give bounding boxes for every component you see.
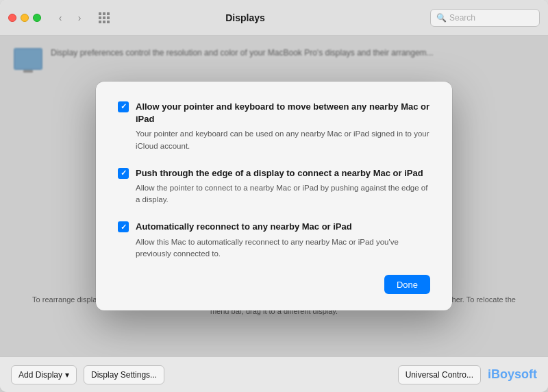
add-display-button[interactable]: Add Display ▾ [11,365,77,384]
traffic-lights [8,14,41,22]
done-button[interactable]: Done [384,275,430,294]
desc-allow-pointer: Your pointer and keyboard can be used on… [136,128,430,152]
label-allow-pointer: Allow your pointer and keyboard to move … [136,101,430,125]
close-button[interactable] [8,14,16,22]
bottom-bar: Add Display ▾ Display Settings... Univer… [0,356,548,392]
label-push-through: Push through the edge of a display to co… [136,167,423,180]
content-area: Display preferences control the resoluti… [0,36,548,356]
checkbox-auto-reconnect[interactable] [118,221,129,232]
display-settings-button[interactable]: Display Settings... [84,365,164,384]
desc-auto-reconnect: Allow this Mac to automatically reconnec… [136,236,430,260]
search-placeholder: Search [449,13,475,23]
option-allow-pointer: Allow your pointer and keyboard to move … [118,101,430,152]
maximize-button[interactable] [33,14,41,22]
add-display-label: Add Display [18,370,62,380]
universal-control-button[interactable]: Universal Contro... [398,365,481,384]
label-auto-reconnect: Automatically reconnect to any nearby Ma… [136,221,352,233]
modal-footer: Done [118,275,430,294]
app-window: ‹ › Displays 🔍 Search Display preference… [0,0,548,392]
titlebar: ‹ › Displays 🔍 Search [0,0,548,36]
checkbox-allow-pointer[interactable] [118,101,129,112]
checkbox-push-through[interactable] [118,168,129,179]
modal-dialog: Allow your pointer and keyboard to move … [96,82,452,310]
window-title: Displays [66,12,425,23]
option-push-through: Push through the edge of a display to co… [118,167,430,206]
watermark: iBoysoft [488,367,537,382]
modal-overlay: Allow your pointer and keyboard to move … [0,36,548,356]
add-display-chevron: ▾ [65,370,69,380]
universal-control-label: Universal Contro... [406,370,473,380]
option-auto-reconnect: Automatically reconnect to any nearby Ma… [118,221,430,260]
search-icon: 🔍 [436,13,447,23]
minimize-button[interactable] [21,14,29,22]
desc-push-through: Allow the pointer to connect to a nearby… [136,182,430,206]
display-settings-label: Display Settings... [91,370,157,380]
search-box[interactable]: 🔍 Search [430,9,540,27]
